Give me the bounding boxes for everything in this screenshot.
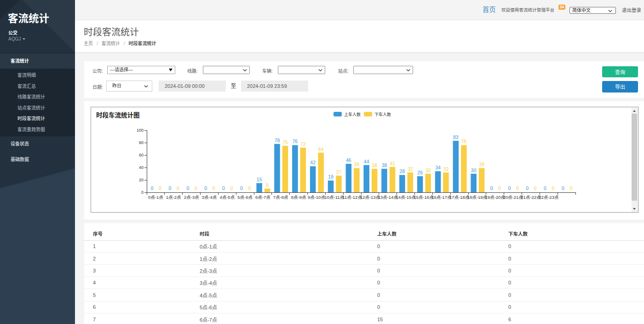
- svg-text:7点-8点: 7点-8点: [273, 195, 288, 200]
- svg-text:15点-16点: 15点-16点: [414, 195, 434, 200]
- svg-text:9点-10点: 9点-10点: [308, 195, 326, 200]
- svg-text:30: 30: [471, 168, 477, 173]
- svg-text:10点-11点: 10点-11点: [325, 195, 345, 200]
- svg-text:0: 0: [526, 185, 529, 191]
- svg-text:30: 30: [426, 168, 431, 173]
- svg-text:0: 0: [490, 185, 493, 191]
- svg-text:76: 76: [461, 139, 466, 144]
- svg-text:11点-12点: 11点-12点: [342, 195, 362, 200]
- svg-text:0: 0: [204, 185, 207, 191]
- svg-text:19点-20点: 19点-20点: [485, 195, 506, 200]
- svg-text:0: 0: [516, 185, 519, 191]
- svg-text:60: 60: [139, 153, 144, 157]
- svg-text:12点-13点: 12点-13点: [360, 195, 380, 200]
- svg-text:0: 0: [141, 190, 144, 195]
- svg-text:0: 0: [169, 185, 172, 191]
- svg-text:22点-23点: 22点-23点: [539, 195, 559, 200]
- svg-text:38: 38: [382, 162, 387, 168]
- svg-text:18点-19点: 18点-19点: [467, 195, 488, 200]
- svg-text:0: 0: [177, 185, 179, 191]
- svg-text:0: 0: [544, 185, 546, 191]
- svg-text:28: 28: [399, 168, 405, 174]
- svg-text:20点-21点: 20点-21点: [503, 195, 523, 200]
- svg-text:40: 40: [139, 165, 144, 170]
- svg-text:72: 72: [300, 141, 306, 147]
- svg-text:42: 42: [310, 160, 316, 165]
- svg-text:13点-14点: 13点-14点: [378, 195, 398, 200]
- svg-text:27: 27: [336, 169, 342, 175]
- svg-text:6点-7点: 6点-7点: [255, 195, 270, 200]
- svg-text:75: 75: [282, 139, 288, 145]
- svg-text:100: 100: [137, 128, 144, 133]
- svg-text:76: 76: [292, 139, 298, 144]
- svg-text:19: 19: [328, 174, 334, 179]
- svg-text:14点-15点: 14点-15点: [396, 195, 416, 200]
- svg-text:32: 32: [443, 166, 449, 172]
- svg-text:17点-18点: 17点-18点: [449, 195, 470, 200]
- svg-text:0: 0: [508, 185, 511, 191]
- svg-text:0: 0: [159, 185, 161, 191]
- svg-text:46: 46: [346, 157, 351, 163]
- svg-text:41: 41: [390, 161, 395, 166]
- svg-text:78: 78: [275, 138, 280, 143]
- svg-text:0: 0: [240, 185, 243, 191]
- svg-text:0: 0: [248, 185, 251, 191]
- svg-text:0: 0: [569, 185, 572, 191]
- svg-text:0点-1点: 0点-1点: [148, 195, 163, 200]
- svg-text:64: 64: [318, 146, 324, 152]
- svg-text:0: 0: [230, 185, 233, 191]
- svg-text:34: 34: [435, 165, 441, 170]
- svg-text:8点-9点: 8点-9点: [291, 195, 306, 200]
- svg-text:6: 6: [266, 182, 269, 188]
- svg-text:32: 32: [408, 166, 413, 172]
- svg-text:0: 0: [195, 185, 197, 191]
- svg-text:26: 26: [417, 170, 423, 175]
- svg-text:0: 0: [213, 185, 215, 191]
- svg-text:21点-22点: 21点-22点: [521, 195, 541, 200]
- svg-text:0: 0: [498, 185, 501, 191]
- svg-text:44: 44: [364, 159, 369, 164]
- svg-text:83: 83: [453, 134, 459, 140]
- svg-text:38: 38: [372, 162, 377, 168]
- svg-text:15: 15: [257, 177, 262, 182]
- svg-text:2点-3点: 2点-3点: [184, 195, 199, 200]
- svg-text:80: 80: [139, 140, 144, 145]
- svg-text:0: 0: [552, 185, 555, 191]
- svg-text:0: 0: [151, 185, 154, 191]
- svg-text:0: 0: [534, 185, 537, 191]
- svg-text:39: 39: [479, 162, 484, 167]
- svg-text:39: 39: [354, 162, 359, 167]
- svg-text:1点-2点: 1点-2点: [166, 195, 181, 200]
- svg-text:16点-17点: 16点-17点: [431, 195, 452, 200]
- svg-text:5点-6点: 5点-6点: [237, 195, 253, 200]
- svg-text:0: 0: [186, 185, 189, 191]
- svg-text:20: 20: [139, 178, 144, 182]
- svg-text:3点-4点: 3点-4点: [202, 195, 217, 200]
- svg-text:4点-5点: 4点-5点: [219, 195, 235, 200]
- svg-text:0: 0: [562, 185, 564, 191]
- svg-text:0: 0: [222, 185, 225, 191]
